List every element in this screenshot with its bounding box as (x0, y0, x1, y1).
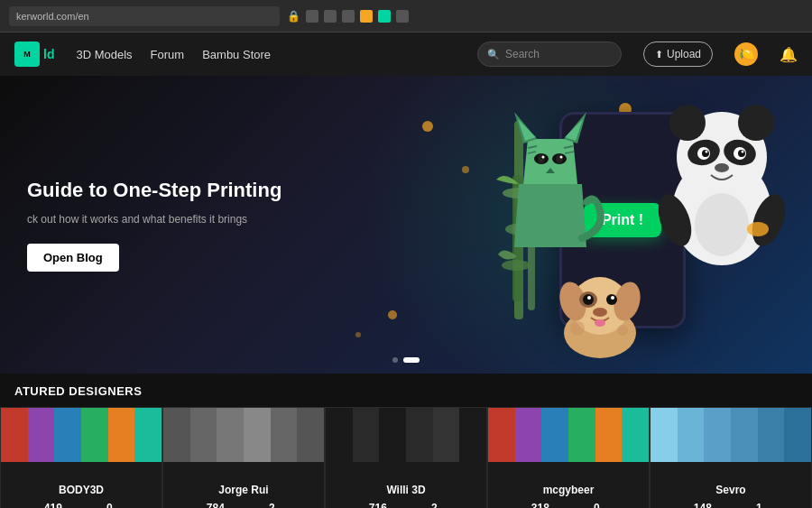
svg-marker-23 (514, 184, 586, 247)
user-avatar[interactable]: 🍋 (734, 42, 758, 66)
cat-figure (496, 103, 604, 247)
svg-point-18 (715, 163, 729, 172)
svg-point-51 (570, 321, 585, 336)
svg-point-22 (747, 222, 769, 236)
logo-box: M (14, 42, 40, 67)
hero-section: Guide to One-Step Printing ck out how it… (0, 76, 812, 374)
designer-banner-2 (326, 408, 486, 462)
designer-name-4: Sevro (658, 484, 804, 496)
designer-card-1[interactable]: 👨‍🦳 lv9 Jorge Rui 784 Followers 2 Follow… (162, 407, 325, 508)
svg-point-21 (695, 193, 749, 256)
following-count-3: 0 (577, 502, 615, 508)
featured-designers-section: ATURED DESIGNERS 🖨️ (0, 374, 812, 508)
dog-figure (550, 256, 650, 365)
designer-stats-2: 716 Followers 2 Following (333, 502, 479, 508)
designer-banner-4 (651, 408, 811, 462)
nav-links: 3D Models Forum Bambu Store (76, 48, 271, 61)
browser-icon-4 (360, 10, 373, 23)
nav-forum[interactable]: Forum (151, 48, 185, 61)
upload-icon: ⬆ (655, 49, 663, 60)
followers-count-1: 784 (196, 502, 235, 508)
following-count-4: 1 (740, 502, 778, 508)
designer-card-0[interactable]: 🖨️ lv13 BODY3D 419 Followers 0 Following (0, 407, 162, 508)
browser-icon-2 (324, 10, 337, 23)
notification-bell[interactable]: 🔔 (780, 46, 798, 63)
browser-url[interactable]: kerworld.com/en (9, 6, 280, 26)
browser-toolbar: 🔒 (287, 10, 409, 23)
followers-count-0: 419 (33, 502, 72, 508)
svg-point-31 (538, 154, 545, 163)
nav-bambu-store[interactable]: Bambu Store (202, 48, 271, 61)
followers-count-4: 148 (683, 502, 722, 508)
svg-point-9 (738, 105, 774, 141)
designer-stats-1: 784 Followers 2 Following (171, 502, 317, 508)
upload-button[interactable]: ⬆ Upload (643, 42, 713, 67)
designer-name-2: Willi 3D (333, 484, 479, 496)
designer-info-0: BODY3D 419 Followers 0 Following (1, 462, 161, 508)
svg-point-16 (706, 151, 708, 153)
logo-text: M (23, 50, 31, 59)
svg-point-32 (556, 154, 563, 163)
open-blog-button[interactable]: Open Blog (27, 244, 119, 272)
designer-stats-3: 318 Followers 0 Following (495, 502, 641, 508)
svg-point-49 (593, 308, 607, 317)
svg-point-47 (587, 296, 591, 300)
nav-3d-models[interactable]: 3D Models (76, 48, 132, 61)
hero-subtitle: ck out how it works and what benefits it… (27, 213, 281, 226)
avatar-emoji: 🍋 (739, 47, 754, 61)
browser-icon-1 (306, 10, 318, 23)
svg-marker-24 (523, 139, 577, 184)
panda-figure (650, 94, 794, 274)
designer-banner-0 (1, 408, 161, 462)
svg-point-52 (617, 325, 628, 336)
following-count-0: 0 (90, 502, 128, 508)
designer-info-4: Sevro 148 Followers 1 Following (651, 462, 811, 508)
svg-point-34 (560, 156, 563, 159)
site-container: M ld 3D Models Forum Bambu Store 🔍 Searc… (0, 32, 812, 508)
designer-info-3: mcgybeer 318 Followers 0 Following (488, 462, 649, 508)
designer-name-1: Jorge Rui (171, 484, 317, 496)
designer-stats-4: 148 Followers 1 Following (658, 502, 804, 508)
following-count-1: 2 (253, 502, 291, 508)
designer-name-0: BODY3D (8, 484, 154, 496)
logo[interactable]: M ld (14, 42, 54, 67)
navbar: M ld 3D Models Forum Bambu Store 🔍 Searc… (0, 32, 812, 76)
svg-point-50 (595, 319, 605, 327)
upload-label: Upload (667, 48, 701, 60)
following-count-2: 2 (415, 502, 453, 508)
svg-point-45 (583, 294, 594, 305)
designers-row: 🖨️ lv13 BODY3D 419 Followers 0 Following (0, 407, 812, 508)
designer-info-2: Willi 3D 716 Followers 2 Following (326, 462, 486, 508)
designer-card-3[interactable]: ⚙️ lv8 mcgybeer 318 Followers 0 Followin… (487, 407, 650, 508)
svg-point-17 (742, 151, 744, 153)
featured-title: ATURED DESIGNERS (0, 384, 812, 407)
browser-icon-5 (378, 10, 391, 23)
search-bar[interactable]: 🔍 Search (477, 42, 622, 67)
browser-icon-6 (396, 10, 409, 23)
svg-point-5 (502, 260, 531, 271)
designer-name-3: mcgybeer (495, 484, 641, 496)
designer-stats-0: 419 Followers 0 Following (8, 502, 154, 508)
logo-label: ld (43, 47, 54, 61)
search-icon: 🔍 (487, 49, 500, 60)
designer-banner-1 (163, 408, 324, 462)
svg-point-33 (542, 156, 545, 159)
featured-title-text: ATURED DESIGNERS (14, 384, 142, 398)
search-placeholder: Search (505, 48, 540, 60)
browser-icon-3 (342, 10, 355, 23)
browser-bar: kerworld.com/en 🔒 (0, 0, 812, 32)
svg-point-46 (606, 294, 617, 305)
followers-count-2: 716 (358, 502, 397, 508)
designer-card-4[interactable]: 🤸 lv13 Sevro 148 Followers 1 Following (650, 407, 812, 508)
svg-point-48 (611, 296, 614, 300)
hero-scene: Print ! (361, 76, 812, 374)
hero-title: Guide to One-Step Printing (27, 178, 281, 204)
svg-point-8 (669, 105, 706, 141)
followers-count-3: 318 (521, 502, 559, 508)
designer-info-1: Jorge Rui 784 Followers 2 Following (163, 462, 324, 508)
designer-banner-3 (488, 408, 649, 462)
designer-card-2[interactable]: 🦅 lv12 Willi 3D 716 Followers 2 Followin… (325, 407, 487, 508)
hero-text-block: Guide to One-Step Printing ck out how it… (0, 178, 309, 272)
